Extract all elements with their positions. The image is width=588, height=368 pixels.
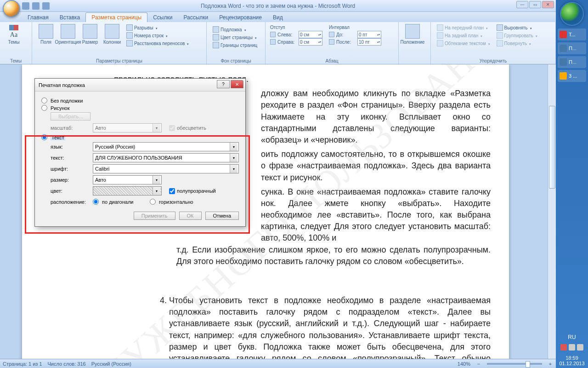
size-combo[interactable]: Авто	[93, 175, 162, 184]
margins-icon	[39, 24, 53, 39]
status-page[interactable]: Страница: 1 из 1	[3, 361, 42, 367]
back-icon	[437, 32, 443, 39]
spacing-after-input[interactable]: 10 пт	[357, 38, 381, 46]
line-numbers-button[interactable]: Номера строк	[125, 32, 190, 39]
status-zoom[interactable]: 140%	[458, 361, 470, 367]
taskbar-item[interactable]: П...	[558, 42, 586, 54]
margins-button[interactable]: Поля	[35, 23, 57, 48]
ribbon: Aa Темы Темы Поля Ориентация Размер Коло…	[0, 22, 556, 64]
page-color-button[interactable]: Цвет страницы	[211, 34, 260, 41]
semitransparent-checkbox[interactable]	[169, 188, 175, 194]
tray-icon[interactable]	[569, 344, 575, 351]
ok-button: ОК	[179, 212, 202, 220]
taskbar-item[interactable]: Т...	[558, 29, 586, 40]
tab-review[interactable]: Рецензирование	[214, 13, 267, 22]
language-indicator[interactable]: RU	[568, 334, 576, 340]
size-button[interactable]: Размер	[79, 23, 101, 48]
dialog-help-button[interactable]: ?	[217, 80, 230, 88]
window-title: Подложка Word - что это и зачем она нужн…	[201, 3, 355, 9]
group-arrange: На передний план На задний план Обтекани…	[431, 22, 556, 64]
dialog-titlebar[interactable]: Печатная подложка ? ✕	[35, 79, 245, 92]
maximize-button[interactable]: ▭	[529, 1, 541, 8]
columns-button[interactable]: Колонки	[101, 23, 123, 48]
scrollbar-thumb[interactable]	[549, 106, 555, 189]
select-picture-button: Выбрать...	[51, 112, 90, 121]
group-icon	[497, 32, 503, 39]
qat-redo-icon[interactable]	[42, 2, 50, 10]
hyphenation-button[interactable]: Расстановка переносов	[125, 40, 190, 47]
washout-checkbox	[169, 125, 175, 131]
start-button[interactable]	[560, 2, 584, 26]
tray-icon[interactable]	[560, 344, 567, 351]
page-color-icon	[213, 34, 219, 40]
tray-icon[interactable]	[577, 344, 583, 351]
vertical-scrollbar[interactable]	[548, 64, 556, 359]
group-position: Положение	[399, 22, 431, 64]
text-combo[interactable]: ДЛЯ СЛУЖЕБНОГО ПОЛЬЗОВАНИЯ	[93, 153, 239, 162]
dialog-body: Без подложки Рисунок Выбрать... масштаб:…	[35, 92, 245, 226]
bring-front-button[interactable]: На передний план	[435, 24, 492, 31]
watermark-button[interactable]: Подложка	[211, 26, 260, 33]
apply-button: Применить	[134, 212, 175, 220]
hyphenation-icon	[126, 40, 133, 46]
status-words[interactable]: Число слов: 316	[48, 361, 86, 367]
scale-combo: Авто	[93, 123, 162, 132]
page-borders-icon	[213, 42, 219, 48]
language-combo[interactable]: Русский (Россия)	[93, 142, 239, 151]
tab-page-layout[interactable]: Разметка страницы	[85, 12, 147, 22]
radio-no-watermark[interactable]	[41, 98, 47, 104]
status-bar: Страница: 1 из 1 Число слов: 316 Русский…	[0, 359, 556, 368]
zoom-out-button[interactable]: −	[476, 361, 481, 367]
windows-taskbar: Т... П... П... 3 ... RU 18:59 01.12.2013	[556, 0, 588, 368]
spacing-before-input[interactable]: 0 пт	[357, 31, 381, 38]
tab-insert[interactable]: Вставка	[54, 13, 86, 22]
spacing-before-icon	[329, 32, 334, 37]
ribbon-tabs: Главная Вставка Разметка страницы Ссылки…	[0, 12, 556, 22]
align-button[interactable]: Выровнять	[495, 24, 539, 31]
window-controls: — ▭ ✕	[516, 1, 554, 8]
qat-undo-icon[interactable]	[32, 2, 40, 10]
tab-mailings[interactable]: Рассылки	[178, 13, 214, 22]
app-icon	[560, 45, 567, 52]
tab-references[interactable]: Ссылки	[147, 13, 178, 22]
radio-horizontal[interactable]	[150, 199, 156, 205]
clock[interactable]: 18:59 01.12.2013	[559, 353, 584, 368]
page-borders-button[interactable]: Границы страниц	[211, 41, 260, 49]
breaks-button[interactable]: Разрывы	[125, 24, 190, 31]
breaks-icon	[126, 24, 133, 31]
columns-icon	[105, 24, 119, 39]
app-icon	[560, 72, 567, 80]
indent-right-input[interactable]: 0 см	[299, 38, 322, 46]
qat-save-icon[interactable]	[22, 2, 29, 10]
indent-left-input[interactable]: 0 см	[299, 31, 322, 38]
radio-diagonal[interactable]	[93, 199, 99, 205]
taskbar-item[interactable]: П...	[558, 56, 586, 68]
rotate-button[interactable]: Повернуть	[495, 40, 539, 47]
close-button[interactable]: ✕	[542, 1, 554, 8]
tab-view[interactable]: Вид	[267, 13, 288, 22]
radio-picture[interactable]	[41, 105, 47, 111]
minimize-button[interactable]: —	[516, 1, 528, 8]
send-back-button[interactable]: На задний план	[435, 32, 492, 39]
front-icon	[437, 24, 443, 31]
watermark-dialog: Печатная подложка ? ✕ Без подложки Рисун…	[34, 78, 246, 227]
cancel-button[interactable]: Отмена	[205, 212, 239, 220]
taskbar-item[interactable]: 3 ...	[558, 70, 586, 82]
rotate-icon	[497, 40, 503, 46]
zoom-in-button[interactable]: +	[548, 361, 553, 367]
color-combo[interactable]	[93, 186, 162, 196]
position-button[interactable]: Положение	[401, 23, 424, 46]
dialog-close-button[interactable]: ✕	[231, 80, 243, 88]
themes-button[interactable]: Aa Темы	[3, 23, 25, 46]
tab-home[interactable]: Главная	[22, 13, 54, 22]
status-language[interactable]: Русский (Россия)	[91, 361, 131, 367]
font-combo[interactable]: Calibri	[93, 164, 239, 173]
text-wrap-button[interactable]: Обтекание текстом	[435, 40, 492, 47]
office-button[interactable]	[3, 0, 20, 17]
group-button[interactable]: Группировать	[495, 32, 539, 39]
line-numbers-icon	[126, 32, 133, 39]
orientation-button[interactable]: Ориентация	[57, 23, 79, 48]
quick-access-toolbar	[22, 2, 50, 10]
radio-text[interactable]	[41, 134, 47, 140]
zoom-slider[interactable]	[487, 363, 542, 365]
